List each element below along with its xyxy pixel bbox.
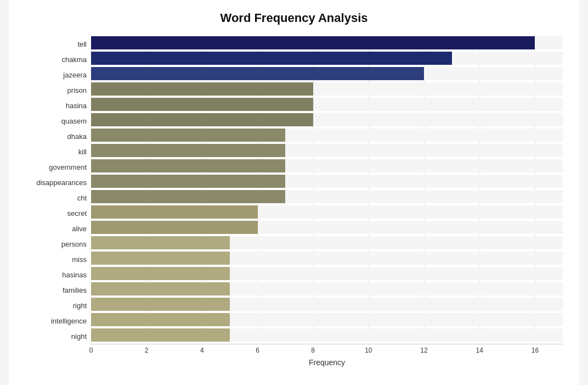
bar [91, 190, 285, 203]
x-tick-label: 6 [256, 347, 259, 354]
bar [91, 221, 258, 234]
bar-row [91, 252, 563, 265]
bar [91, 52, 452, 65]
bar [91, 205, 258, 219]
bar-row [91, 144, 563, 157]
bar-row [91, 298, 563, 311]
y-label: government [49, 159, 87, 175]
y-label: cht [77, 190, 87, 205]
y-label: quasem [61, 113, 87, 129]
y-label: night [71, 328, 87, 344]
x-tick-label: 4 [200, 347, 204, 354]
bar-row [91, 236, 563, 249]
bar [91, 236, 230, 249]
bar-row [91, 52, 563, 65]
x-tick-label: 0 [89, 347, 93, 354]
bar [91, 144, 285, 157]
x-tick-label: 12 [420, 347, 427, 354]
bar-row [91, 205, 563, 219]
bar-row [91, 159, 563, 172]
chart-container: Word Frequency Analysis tellchakmajazeer… [9, 0, 579, 385]
bar-row [91, 98, 563, 111]
bar-row [91, 36, 563, 49]
bar-row [91, 113, 563, 126]
bar [91, 98, 313, 111]
bar-row [91, 82, 563, 96]
bar-row [91, 328, 563, 342]
bar-row [91, 67, 563, 80]
bar [91, 267, 230, 280]
bar [91, 82, 313, 96]
x-tick-label: 10 [365, 347, 372, 354]
bar [91, 298, 230, 311]
bar-row [91, 129, 563, 142]
bar [91, 328, 230, 342]
y-label: hasinas [62, 267, 87, 282]
y-label: jazeera [63, 67, 87, 82]
y-label: alive [72, 221, 87, 236]
x-axis-title: Frequency [91, 358, 563, 367]
bar [91, 159, 285, 172]
y-label: disappearances [36, 175, 87, 190]
y-label: dhaka [67, 129, 87, 144]
bar-row [91, 267, 563, 280]
y-label: kill [78, 144, 87, 159]
x-tick-label: 8 [311, 347, 315, 354]
y-axis: tellchakmajazeeraprisonhasinaquasemdhaka… [25, 36, 91, 367]
bars-wrapper [91, 36, 563, 342]
grid-area [91, 36, 563, 342]
bar [91, 282, 230, 295]
bar [91, 113, 313, 126]
bar-row [91, 221, 563, 234]
bar [91, 129, 285, 142]
y-label: miss [72, 252, 87, 267]
bar-row [91, 313, 563, 326]
bar [91, 252, 230, 265]
bar [91, 36, 535, 49]
x-tick-label: 2 [145, 347, 149, 354]
bar [91, 67, 424, 80]
x-tick-label: 14 [476, 347, 483, 354]
y-label: secret [67, 205, 87, 221]
y-label: tell [77, 36, 87, 52]
y-label: intelligence [51, 313, 87, 328]
x-axis: 0246810121416 [91, 344, 563, 355]
y-label: hasina [66, 98, 87, 113]
y-label: persons [61, 236, 87, 252]
bar-row [91, 175, 563, 188]
chart-title: Word Frequency Analysis [25, 11, 563, 25]
bar [91, 313, 230, 326]
bar-row [91, 190, 563, 203]
x-tick-label: 16 [532, 347, 539, 354]
y-label: right [73, 298, 87, 313]
y-label: prison [67, 82, 87, 98]
y-label: families [63, 282, 87, 298]
bar-row [91, 282, 563, 295]
bar [91, 175, 285, 188]
y-label: chakma [61, 52, 87, 67]
